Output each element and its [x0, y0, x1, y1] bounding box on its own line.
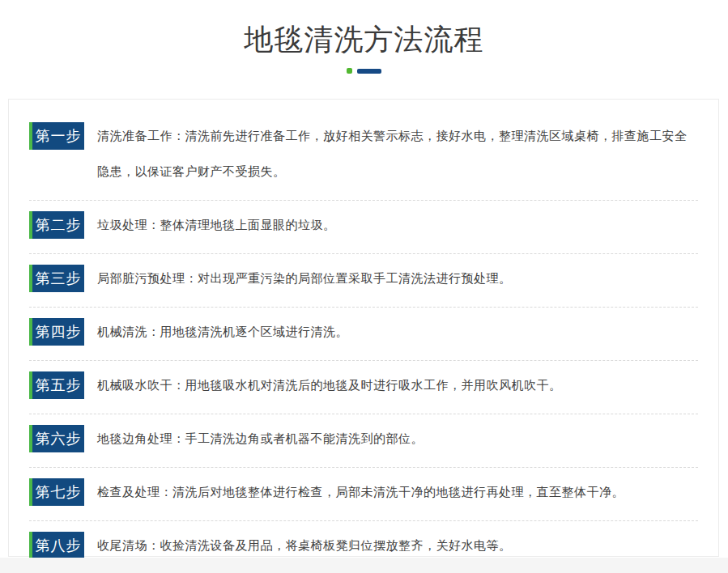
step-badge-6: 第六步	[29, 425, 84, 452]
page-title: 地毯清洗方法流程	[0, 22, 728, 57]
step-row-7: 第七步 检查及处理：清洗后对地毯整体进行检查，局部未清洗干净的地毯进行再处理，直…	[29, 468, 698, 520]
step-badge-3: 第三步	[29, 265, 84, 292]
step-text-1: 清洗准备工作：清洗前先进行准备工作，放好相关警示标志，接好水电，整理清洗区域桌椅…	[97, 118, 698, 189]
step-text-7: 检查及处理：清洗后对地毯整体进行检查，局部未清洗干净的地毯进行再处理，直至整体干…	[97, 474, 624, 510]
step-row-2: 第二步 垃圾处理：整体清理地毯上面显眼的垃圾。	[29, 201, 698, 253]
step-badge-5: 第五步	[29, 371, 84, 399]
steps-card: 第一步 清洗准备工作：清洗前先进行准备工作，放好相关警示标志，接好水电，整理清洗…	[8, 99, 719, 557]
step-badge-8: 第八步	[29, 532, 84, 559]
title-divider	[0, 68, 728, 74]
step-row-5: 第五步 机械吸水吹干：用地毯吸水机对清洗后的地毯及时进行吸水工作，并用吹风机吹干…	[29, 361, 698, 414]
step-text-4: 机械清洗：用地毯清洗机逐个区域进行清洗。	[97, 314, 348, 350]
step-text-6: 地毯边角处理：手工清洗边角或者机器不能清洗到的部位。	[97, 421, 424, 456]
step-row-3: 第三步 局部脏污预处理：对出现严重污染的局部位置采取手工清洗法进行预处理。	[29, 254, 698, 307]
page-header: 地毯清洗方法流程	[0, 0, 728, 74]
page-footer-strip	[0, 558, 728, 573]
divider-bar-icon	[357, 69, 381, 74]
step-badge-4: 第四步	[29, 318, 84, 346]
step-text-3: 局部脏污预处理：对出现严重污染的局部位置采取手工清洗法进行预处理。	[97, 261, 512, 296]
step-badge-2: 第二步	[29, 211, 84, 239]
step-text-2: 垃圾处理：整体清理地毯上面显眼的垃圾。	[97, 207, 336, 243]
step-badge-7: 第七步	[29, 478, 84, 506]
step-row-6: 第六步 地毯边角处理：手工清洗边角或者机器不能清洗到的部位。	[29, 414, 698, 467]
step-text-5: 机械吸水吹干：用地毯吸水机对清洗后的地毯及时进行吸水工作，并用吹风机吹干。	[97, 367, 562, 403]
step-row-1: 第一步 清洗准备工作：清洗前先进行准备工作，放好相关警示标志，接好水电，整理清洗…	[29, 122, 698, 200]
step-row-4: 第四步 机械清洗：用地毯清洗机逐个区域进行清洗。	[29, 308, 698, 360]
divider-dot-icon	[347, 68, 352, 74]
step-badge-1: 第一步	[29, 122, 84, 150]
